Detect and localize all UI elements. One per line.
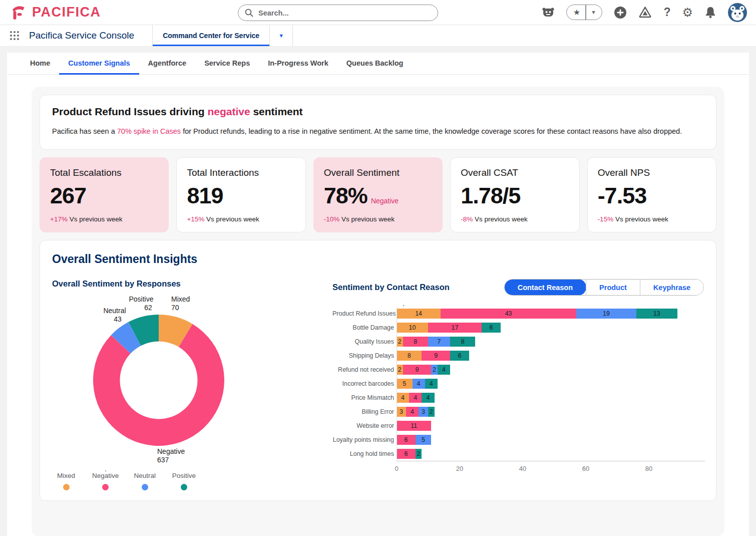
bar-segment-positive[interactable]: 6: [450, 351, 469, 361]
kpi-value: -7.53: [598, 183, 706, 209]
bar-segment-mixed[interactable]: 10: [397, 323, 428, 333]
donut-title: Overall Sentiment by Responses: [52, 279, 332, 289]
help-icon[interactable]: ?: [663, 6, 670, 19]
bar-panel-header: Sentiment by Contact Reason Contact Reas…: [332, 279, 704, 296]
kpi-delta: +15% Vs previous week: [187, 215, 295, 223]
toggle-keyphrase[interactable]: Keyphrase: [640, 280, 703, 295]
guidance-center-icon[interactable]: [638, 6, 652, 19]
bar-track: 14431913: [397, 309, 704, 319]
y-axis-line: [397, 307, 397, 461]
banner-body: Pacifica has seen a 70% spike in Cases f…: [52, 127, 704, 135]
legend-item-negative[interactable]: Negative: [92, 472, 119, 490]
bar-track: 896: [397, 351, 704, 361]
workspace-tab[interactable]: Command Center for Service: [152, 25, 270, 46]
bar-segment-negative[interactable]: 11: [397, 421, 431, 431]
nav-tabs: Home Customer Signals Agentforce Service…: [7, 53, 749, 75]
bar-segment-mixed[interactable]: 4: [397, 393, 409, 403]
favorites-chevron-icon[interactable]: ▼: [586, 10, 602, 15]
bar-segment-mixed[interactable]: 2: [397, 337, 403, 347]
notifications-bell-icon[interactable]: [704, 6, 716, 19]
donut-label-mixed: Mixed: [171, 295, 190, 303]
tab-agentforce[interactable]: Agentforce: [139, 53, 196, 75]
setup-gear-icon[interactable]: ⚙: [682, 7, 693, 19]
bar-segment-negative[interactable]: 4: [406, 407, 419, 417]
bar-segment-negative[interactable]: 43: [441, 309, 576, 319]
legend-label: Mixed: [57, 472, 75, 479]
legend-item-neutral[interactable]: Neutral: [132, 472, 158, 490]
donut-slice-negative[interactable]: [93, 324, 224, 446]
bar-segment-mixed[interactable]: 14: [397, 309, 441, 319]
kpi-delta: -8% Vs previous week: [461, 215, 569, 223]
donut-chart: Mixed70Negative637Neutral43Positive62: [52, 293, 332, 469]
bar-segment-negative[interactable]: 4: [409, 393, 422, 403]
global-actions-icon[interactable]: [614, 6, 627, 19]
legend-label: Negative: [92, 472, 119, 479]
einstein-assistant-icon[interactable]: [542, 7, 555, 19]
toggle-product[interactable]: Product: [586, 280, 640, 295]
tab-customer-signals[interactable]: Customer Signals: [59, 53, 139, 75]
favorites-star-icon[interactable]: ★: [567, 8, 585, 17]
bar-segment-mixed[interactable]: 5: [397, 379, 413, 389]
tab-service-reps[interactable]: Service Reps: [195, 53, 259, 75]
kpi-total-escalations: Total Escalations 267 +17% Vs previous w…: [40, 157, 169, 232]
legend-item-positive[interactable]: Positive: [171, 472, 197, 490]
content-container: Product Refund Issues driving negative s…: [32, 87, 724, 536]
stacked-bar-chart: Product Refund Issues14431913Bottle Dama…: [332, 307, 704, 474]
kpi-value: 267: [50, 183, 158, 209]
bar-segment-neutral[interactable]: 2: [431, 365, 438, 375]
bar-segment-negative[interactable]: 17: [428, 323, 482, 333]
bar-category-label: Loyalty points missing: [332, 436, 397, 443]
search-input[interactable]: [238, 5, 438, 21]
kpi-value-qualifier: Negative: [371, 197, 399, 205]
donut-label-positive: 62: [144, 304, 152, 312]
global-search: [238, 5, 438, 21]
bar-segment-positive[interactable]: 4: [422, 393, 434, 403]
bar-track: 444: [397, 393, 704, 403]
kpi-overall-sentiment: Overall Sentiment 78%Negative -10% Vs pr…: [313, 157, 443, 232]
bar-segment-positive[interactable]: 13: [636, 309, 677, 319]
bar-segment-positive[interactable]: 6: [482, 323, 501, 333]
brand: PACIFICA: [9, 4, 101, 22]
donut-panel: Overall Sentiment by Responses Mixed70Ne…: [52, 279, 332, 490]
bar-segment-mixed[interactable]: 8: [397, 351, 422, 361]
user-avatar[interactable]: [728, 3, 747, 22]
bar-segment-negative[interactable]: 9: [403, 365, 432, 375]
bar-segment-positive[interactable]: 4: [438, 365, 450, 375]
bar-segment-positive[interactable]: 2: [428, 407, 435, 417]
app-launcher-icon[interactable]: [0, 25, 29, 46]
legend-item-mixed[interactable]: Mixed: [53, 472, 79, 490]
tab-in-progress-work[interactable]: In-Progress Work: [259, 53, 337, 75]
gap-strip: [0, 47, 756, 53]
bar-segment-neutral[interactable]: 5: [416, 435, 432, 445]
legend-label: Positive: [172, 472, 196, 479]
kpi-title: Total Escalations: [50, 167, 158, 178]
bar-track: 10176: [397, 323, 704, 333]
legend-dot: [102, 484, 109, 490]
workspace-tab-chevron-icon[interactable]: ▼: [270, 25, 293, 46]
bar-segment-positive[interactable]: 8: [450, 337, 475, 347]
main-panel: Home Customer Signals Agentforce Service…: [7, 53, 749, 536]
bar-segment-neutral[interactable]: 19: [576, 309, 636, 319]
toggle-contact-reason[interactable]: Contact Reason: [504, 279, 586, 296]
tab-home[interactable]: Home: [21, 53, 59, 75]
kpi-delta: +17% Vs previous week: [50, 215, 158, 223]
bar-segment-neutral[interactable]: 3: [419, 407, 428, 417]
bar-segment-negative[interactable]: 6: [397, 435, 416, 445]
legend-dot: [142, 484, 148, 490]
bar-segment-mixed[interactable]: 2: [397, 365, 403, 375]
donut-legend: MixedNegativeNeutralPositive: [53, 472, 332, 490]
bar-segment-negative[interactable]: 9: [422, 351, 450, 361]
bar-track: 544: [397, 379, 704, 389]
insights-title: Overall Sentiment Insights: [52, 252, 704, 266]
bar-category-label: Billing Error: [332, 408, 397, 415]
bar-segment-negative[interactable]: 8: [403, 337, 428, 347]
bar-segment-mixed[interactable]: 3: [397, 407, 406, 417]
bar-segment-positive[interactable]: 4: [425, 379, 438, 389]
bar-segment-negative[interactable]: 6: [397, 449, 416, 459]
bar-row: Billing Error3432: [332, 405, 704, 419]
bar-segment-neutral[interactable]: 4: [413, 379, 425, 389]
bar-row: Price Mismatch444: [332, 391, 704, 405]
tab-queues-backlog[interactable]: Queues Backlog: [337, 53, 413, 75]
bar-segment-neutral[interactable]: 7: [428, 337, 450, 347]
bar-segment-positive[interactable]: 2: [416, 449, 422, 459]
